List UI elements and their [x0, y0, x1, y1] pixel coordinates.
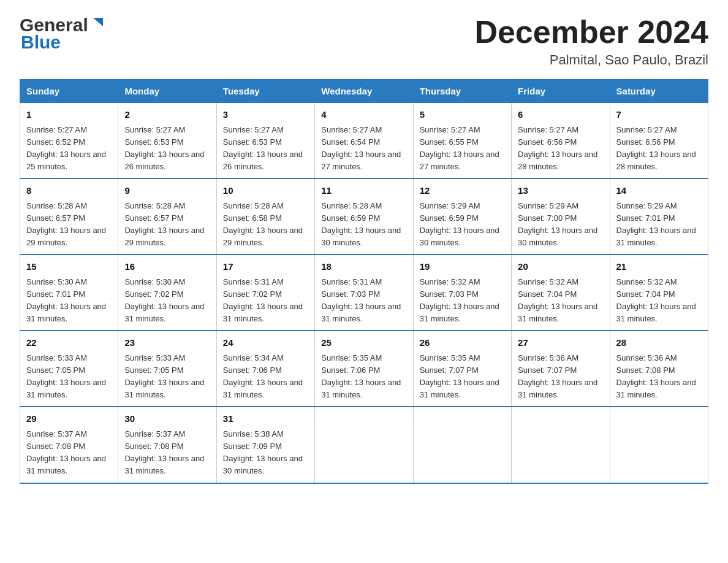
- day-info: Sunrise: 5:31 AMSunset: 7:02 PMDaylight:…: [223, 276, 308, 326]
- day-info: Sunrise: 5:27 AMSunset: 6:54 PMDaylight:…: [321, 124, 406, 174]
- day-info: Sunrise: 5:35 AMSunset: 7:07 PMDaylight:…: [420, 352, 505, 402]
- day-number: 13: [518, 184, 603, 198]
- calendar-week-row-2: 15 Sunrise: 5:30 AMSunset: 7:01 PMDaylig…: [20, 255, 708, 331]
- day-info: Sunrise: 5:34 AMSunset: 7:06 PMDaylight:…: [223, 352, 308, 402]
- calendar-cell: 21 Sunrise: 5:32 AMSunset: 7:04 PMDaylig…: [610, 255, 708, 331]
- day-number: 26: [420, 336, 505, 350]
- calendar-cell: 2 Sunrise: 5:27 AMSunset: 6:53 PMDayligh…: [118, 103, 216, 179]
- day-number: 16: [124, 260, 210, 274]
- calendar-cell: 8 Sunrise: 5:28 AMSunset: 6:57 PMDayligh…: [20, 178, 118, 255]
- calendar-week-row-4: 29 Sunrise: 5:37 AMSunset: 7:08 PMDaylig…: [20, 407, 708, 483]
- day-number: 11: [321, 184, 406, 198]
- day-info: Sunrise: 5:29 AMSunset: 7:00 PMDaylight:…: [518, 200, 603, 250]
- day-number: 20: [518, 260, 603, 274]
- day-info: Sunrise: 5:33 AMSunset: 7:05 PMDaylight:…: [26, 352, 112, 402]
- day-info: Sunrise: 5:28 AMSunset: 6:57 PMDaylight:…: [124, 200, 210, 250]
- day-number: 5: [420, 108, 505, 122]
- day-number: 18: [321, 260, 406, 274]
- title-block: December 2024 Palmital, Sao Paulo, Brazi…: [474, 15, 708, 68]
- day-number: 6: [518, 108, 603, 122]
- calendar-cell: 24 Sunrise: 5:34 AMSunset: 7:06 PMDaylig…: [216, 331, 314, 407]
- calendar-cell: 7 Sunrise: 5:27 AMSunset: 6:56 PMDayligh…: [610, 103, 708, 179]
- day-number: 19: [420, 260, 505, 274]
- calendar-cell: 25 Sunrise: 5:35 AMSunset: 7:06 PMDaylig…: [315, 331, 413, 407]
- day-info: Sunrise: 5:37 AMSunset: 7:08 PMDaylight:…: [124, 428, 210, 478]
- logo: General Blue: [20, 15, 107, 53]
- day-number: 14: [616, 184, 702, 198]
- calendar-cell: 18 Sunrise: 5:31 AMSunset: 7:03 PMDaylig…: [315, 255, 413, 331]
- day-number: 12: [420, 184, 505, 198]
- day-info: Sunrise: 5:32 AMSunset: 7:04 PMDaylight:…: [518, 276, 603, 326]
- day-number: 7: [616, 108, 702, 122]
- day-number: 10: [223, 184, 308, 198]
- calendar-cell: 14 Sunrise: 5:29 AMSunset: 7:01 PMDaylig…: [610, 178, 708, 255]
- header-saturday: Saturday: [610, 80, 708, 103]
- calendar-week-row-0: 1 Sunrise: 5:27 AMSunset: 6:52 PMDayligh…: [20, 103, 708, 179]
- day-number: 2: [124, 108, 210, 122]
- calendar-cell: 1 Sunrise: 5:27 AMSunset: 6:52 PMDayligh…: [20, 103, 118, 179]
- header-friday: Friday: [512, 80, 610, 103]
- day-info: Sunrise: 5:28 AMSunset: 6:58 PMDaylight:…: [223, 200, 308, 250]
- calendar-cell: 22 Sunrise: 5:33 AMSunset: 7:05 PMDaylig…: [20, 331, 118, 407]
- calendar-week-row-3: 22 Sunrise: 5:33 AMSunset: 7:05 PMDaylig…: [20, 331, 708, 407]
- day-number: 27: [518, 336, 603, 350]
- day-number: 17: [223, 260, 308, 274]
- day-number: 29: [26, 412, 112, 426]
- day-info: Sunrise: 5:37 AMSunset: 7:08 PMDaylight:…: [26, 428, 112, 478]
- day-number: 23: [124, 336, 210, 350]
- day-info: Sunrise: 5:36 AMSunset: 7:08 PMDaylight:…: [616, 352, 702, 402]
- day-number: 30: [124, 412, 210, 426]
- month-title: December 2024: [474, 15, 708, 50]
- calendar-cell: [512, 407, 610, 483]
- calendar-cell: 15 Sunrise: 5:30 AMSunset: 7:01 PMDaylig…: [20, 255, 118, 331]
- day-number: 4: [321, 108, 406, 122]
- location-subtitle: Palmital, Sao Paulo, Brazil: [474, 52, 708, 68]
- day-number: 3: [223, 108, 308, 122]
- calendar-cell: 26 Sunrise: 5:35 AMSunset: 7:07 PMDaylig…: [413, 331, 511, 407]
- calendar-cell: [315, 407, 413, 483]
- logo-arrow-icon: [89, 15, 107, 33]
- header-tuesday: Tuesday: [216, 80, 314, 103]
- day-info: Sunrise: 5:31 AMSunset: 7:03 PMDaylight:…: [321, 276, 406, 326]
- day-info: Sunrise: 5:27 AMSunset: 6:53 PMDaylight:…: [223, 124, 308, 174]
- calendar-cell: 10 Sunrise: 5:28 AMSunset: 6:58 PMDaylig…: [216, 178, 314, 255]
- calendar-cell: 31 Sunrise: 5:38 AMSunset: 7:09 PMDaylig…: [216, 407, 314, 483]
- calendar-cell: 20 Sunrise: 5:32 AMSunset: 7:04 PMDaylig…: [512, 255, 610, 331]
- calendar-cell: 19 Sunrise: 5:32 AMSunset: 7:03 PMDaylig…: [413, 255, 511, 331]
- calendar-cell: [413, 407, 511, 483]
- calendar-cell: 11 Sunrise: 5:28 AMSunset: 6:59 PMDaylig…: [315, 178, 413, 255]
- day-number: 21: [616, 260, 702, 274]
- day-number: 24: [223, 336, 308, 350]
- day-info: Sunrise: 5:29 AMSunset: 7:01 PMDaylight:…: [616, 200, 702, 250]
- logo-blue-text: Blue: [20, 32, 61, 53]
- calendar-table: Sunday Monday Tuesday Wednesday Thursday…: [20, 79, 708, 483]
- calendar-cell: 9 Sunrise: 5:28 AMSunset: 6:57 PMDayligh…: [118, 178, 216, 255]
- day-number: 25: [321, 336, 406, 350]
- calendar-cell: 29 Sunrise: 5:37 AMSunset: 7:08 PMDaylig…: [20, 407, 118, 483]
- header-wednesday: Wednesday: [315, 80, 413, 103]
- calendar-cell: [610, 407, 708, 483]
- calendar-cell: 4 Sunrise: 5:27 AMSunset: 6:54 PMDayligh…: [315, 103, 413, 179]
- day-info: Sunrise: 5:30 AMSunset: 7:02 PMDaylight:…: [124, 276, 210, 326]
- calendar-cell: 23 Sunrise: 5:33 AMSunset: 7:05 PMDaylig…: [118, 331, 216, 407]
- day-info: Sunrise: 5:27 AMSunset: 6:52 PMDaylight:…: [26, 124, 112, 174]
- day-info: Sunrise: 5:27 AMSunset: 6:56 PMDaylight:…: [616, 124, 702, 174]
- day-number: 1: [26, 108, 112, 122]
- day-number: 15: [26, 260, 112, 274]
- day-info: Sunrise: 5:33 AMSunset: 7:05 PMDaylight:…: [124, 352, 210, 402]
- day-number: 31: [223, 412, 308, 426]
- header-monday: Monday: [118, 80, 216, 103]
- day-info: Sunrise: 5:27 AMSunset: 6:53 PMDaylight:…: [124, 124, 210, 174]
- day-info: Sunrise: 5:30 AMSunset: 7:01 PMDaylight:…: [26, 276, 112, 326]
- calendar-cell: 13 Sunrise: 5:29 AMSunset: 7:00 PMDaylig…: [512, 178, 610, 255]
- day-info: Sunrise: 5:29 AMSunset: 6:59 PMDaylight:…: [420, 200, 505, 250]
- day-info: Sunrise: 5:32 AMSunset: 7:04 PMDaylight:…: [616, 276, 702, 326]
- day-info: Sunrise: 5:32 AMSunset: 7:03 PMDaylight:…: [420, 276, 505, 326]
- calendar-cell: 3 Sunrise: 5:27 AMSunset: 6:53 PMDayligh…: [216, 103, 314, 179]
- calendar-cell: 28 Sunrise: 5:36 AMSunset: 7:08 PMDaylig…: [610, 331, 708, 407]
- calendar-cell: 17 Sunrise: 5:31 AMSunset: 7:02 PMDaylig…: [216, 255, 314, 331]
- calendar-cell: 12 Sunrise: 5:29 AMSunset: 6:59 PMDaylig…: [413, 178, 511, 255]
- calendar-cell: 5 Sunrise: 5:27 AMSunset: 6:55 PMDayligh…: [413, 103, 511, 179]
- header-sunday: Sunday: [20, 80, 118, 103]
- day-info: Sunrise: 5:35 AMSunset: 7:06 PMDaylight:…: [321, 352, 406, 402]
